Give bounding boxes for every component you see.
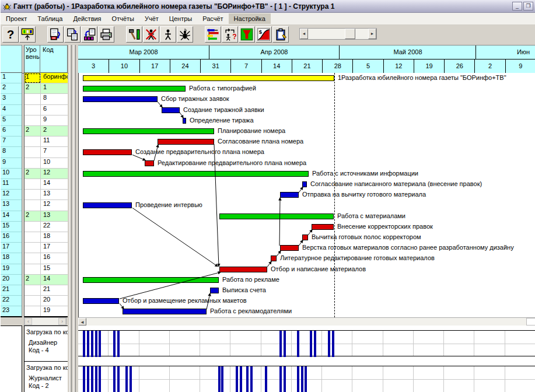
copy-doc-button[interactable] <box>64 26 81 43</box>
menu-item-центры[interactable]: Центры <box>164 13 197 24</box>
spider-button[interactable] <box>177 26 193 43</box>
row-number-cell[interactable]: 15 <box>1 222 22 232</box>
row-number-cell[interactable]: 7 <box>1 136 22 147</box>
gantt-task-bar[interactable] <box>280 192 299 198</box>
row-number-cell[interactable]: 23 <box>1 306 22 317</box>
gantt-task-bar[interactable] <box>280 245 299 251</box>
table-cell-code[interactable]: 13 <box>41 211 68 222</box>
clipboard-button[interactable] <box>272 26 289 43</box>
gantt-task-bar[interactable] <box>83 149 132 155</box>
menu-item-настройка[interactable]: Настройка <box>229 13 271 24</box>
row-number-cell[interactable]: 14 <box>1 211 22 222</box>
table-cell-level[interactable] <box>25 285 41 296</box>
gantt-task-bar[interactable] <box>302 181 307 187</box>
gantt-task-bar[interactable] <box>83 86 186 92</box>
table-cell-code[interactable]: 10 <box>41 158 68 169</box>
menu-item-расчёт[interactable]: Расчёт <box>197 13 228 24</box>
table-cell-code[interactable]: 21 <box>41 285 68 296</box>
table-cell-level[interactable] <box>25 264 41 275</box>
row-number-cell[interactable]: 16 <box>1 232 22 243</box>
row-number-cell[interactable]: 21 <box>1 285 22 296</box>
table-cell-code[interactable]: 2 <box>41 126 68 136</box>
table-cell-code[interactable]: 17 <box>41 243 68 253</box>
table-cell-level[interactable] <box>25 136 41 147</box>
table-cell-level[interactable] <box>25 243 41 253</box>
table-cell-level[interactable]: 2 <box>25 169 41 179</box>
table-cell-level[interactable]: 2 <box>25 126 41 136</box>
table-cell-code[interactable]: 20 <box>41 296 68 306</box>
row-number-cell[interactable]: 11 <box>1 179 22 190</box>
table-cell-level[interactable] <box>25 232 41 243</box>
table-cell-level[interactable] <box>25 94 41 104</box>
table-cell-level[interactable] <box>25 296 41 306</box>
filter-button[interactable] <box>239 26 255 43</box>
cost-curve-button[interactable]: $ <box>256 26 272 43</box>
scrollbar-thumb[interactable] <box>345 29 355 39</box>
scroll-left-icon[interactable]: ◄ <box>78 318 86 326</box>
table-cell-code[interactable]: 11 <box>41 136 68 147</box>
scroll-left-icon[interactable]: ‹ <box>25 318 32 325</box>
gantt-task-bar[interactable] <box>83 298 119 304</box>
gantt-task-bar[interactable] <box>83 277 219 283</box>
row-number-cell[interactable]: 2 <box>1 83 22 94</box>
table-hscrollbar[interactable]: ‹› <box>24 317 67 326</box>
row-number-cell[interactable]: 22 <box>1 296 22 306</box>
gantt-hscrollbar[interactable]: ◄ <box>78 317 535 326</box>
gantt-task-bar[interactable] <box>123 309 207 314</box>
row-number-cell[interactable]: 17 <box>1 243 22 253</box>
gantt-task-bar[interactable] <box>83 202 132 208</box>
table-cell-code[interactable]: 12 <box>41 169 68 179</box>
gantt-task-bar[interactable] <box>271 256 277 261</box>
row-number-cell[interactable]: 8 <box>1 147 22 158</box>
copy-form-button[interactable] <box>47 26 64 43</box>
table-cell-level[interactable] <box>25 200 41 211</box>
gantt-task-bar[interactable] <box>158 139 214 145</box>
row-number-cell[interactable]: 12 <box>1 190 22 200</box>
menu-item-проект[interactable]: Проект <box>1 13 32 24</box>
table-cell-code[interactable]: 7 <box>41 147 68 158</box>
table-cell-code[interactable]: 18 <box>41 232 68 243</box>
gantt-task-bar[interactable] <box>210 288 219 293</box>
row-number-cell[interactable]: 13 <box>1 200 22 211</box>
minimize-button[interactable]: _ <box>512 2 522 10</box>
table-cell-code[interactable]: 6 <box>41 105 68 116</box>
row-number-cell[interactable]: 10 <box>1 169 22 179</box>
activity-button[interactable] <box>160 26 176 43</box>
table-cell-code[interactable]: 19 <box>41 306 68 317</box>
table-cell-level[interactable] <box>25 306 41 317</box>
structure-button[interactable] <box>19 26 36 43</box>
gantt-task-bar[interactable] <box>183 118 186 124</box>
table-cell-level[interactable] <box>25 222 41 232</box>
table-cell-level[interactable]: 2 <box>25 83 41 94</box>
toolbar-scrollbar[interactable]: ◄► <box>299 28 377 40</box>
gantt-task-bar[interactable] <box>83 96 158 102</box>
gantt-task-bar[interactable] <box>312 224 334 230</box>
table-cell-level[interactable] <box>25 253 41 264</box>
table-cell-level[interactable] <box>25 105 41 116</box>
row-number-cell[interactable]: 9 <box>1 158 22 169</box>
tools-button[interactable] <box>126 26 142 43</box>
menu-item-учёт[interactable]: Учёт <box>139 13 164 24</box>
table-cell-code[interactable]: 16 <box>41 253 68 264</box>
table-cell-level[interactable] <box>25 179 41 190</box>
table-cell-code[interactable]: 12 <box>41 200 68 211</box>
gantt-task-bar[interactable] <box>83 171 309 177</box>
print-button[interactable] <box>98 26 114 43</box>
table-cell-level[interactable]: 1 <box>25 73 41 83</box>
table-cell-code[interactable]: 1 <box>41 83 68 94</box>
help-button[interactable]: ? <box>2 26 19 43</box>
menu-item-отчёты[interactable]: Отчёты <box>107 13 139 24</box>
table-cell-code[interactable]: 9 <box>41 116 68 126</box>
gantt-task-bar[interactable] <box>302 235 308 240</box>
reassign-button[interactable]: ? <box>222 26 238 43</box>
menu-item-действия[interactable]: Действия <box>68 13 106 24</box>
row-number-cell[interactable]: 19 <box>1 264 22 275</box>
table-cell-level[interactable] <box>25 158 41 169</box>
table-cell-code[interactable]: 14 <box>41 179 68 190</box>
import-doc-button[interactable] <box>81 26 97 43</box>
table-cell-code[interactable]: 22 <box>41 222 68 232</box>
gantt-task-bar[interactable] <box>162 107 180 113</box>
table-cell-level[interactable]: 2 <box>25 275 41 285</box>
gantt-task-bar[interactable] <box>145 160 154 166</box>
table-cell-level[interactable] <box>25 190 41 200</box>
